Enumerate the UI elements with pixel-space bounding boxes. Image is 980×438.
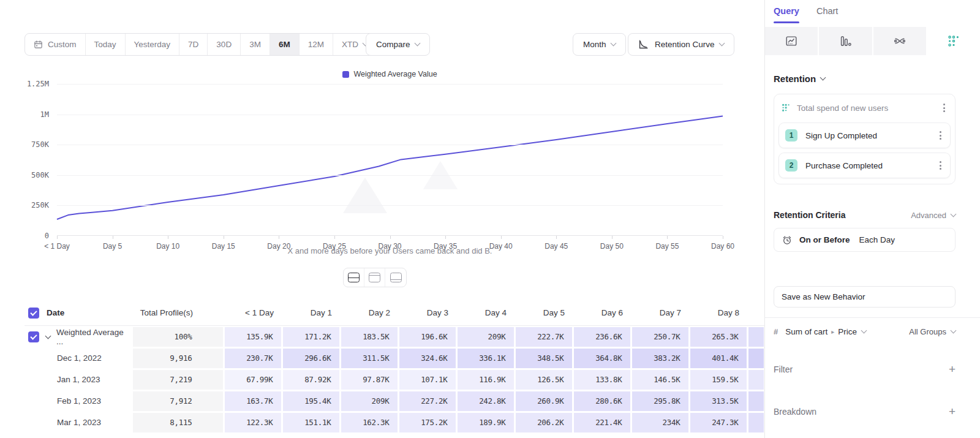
range-today[interactable]: Today	[86, 34, 126, 55]
row-date[interactable]: Weighted Average ...	[44, 326, 132, 347]
x-axis-tick	[57, 236, 58, 239]
granularity-button[interactable]: Month	[573, 33, 626, 56]
retention-value-cell[interactable]: 383.2K	[632, 349, 688, 368]
retention-value-cell[interactable]: 313.5K	[690, 391, 747, 411]
weighted-average-line[interactable]	[57, 116, 723, 219]
range-12m[interactable]: 12M	[300, 34, 333, 55]
retention-value-cell[interactable]: 196.6K	[399, 327, 456, 347]
retention-value-cell[interactable]: 97.87K	[341, 370, 398, 390]
measurement-label: Sum of cart	[785, 327, 827, 336]
retention-value-cell[interactable]: 242.8K	[458, 391, 514, 411]
retention-value-cell[interactable]: 122.3K	[225, 413, 281, 432]
select-all-checkbox[interactable]	[28, 308, 39, 319]
retention-value-cell[interactable]: 209K	[458, 327, 514, 347]
behavior-step[interactable]: 2Purchase Completed	[779, 153, 950, 178]
measurement-row[interactable]: # Sum of cart ▸ Price All Groups	[774, 318, 956, 345]
date-label: Weighted Average ...	[56, 328, 132, 346]
range-yesterday[interactable]: Yesterday	[126, 34, 180, 55]
column-header: Day 2	[340, 308, 398, 317]
chart-type-funnels[interactable]	[819, 27, 872, 55]
retention-value-cell[interactable]: 260.9K	[516, 391, 572, 411]
tab-query[interactable]: Query	[774, 6, 799, 23]
tab-chart[interactable]: Chart	[816, 6, 838, 23]
retention-section-header[interactable]: Retention	[774, 74, 956, 84]
kebab-menu-icon[interactable]	[937, 159, 944, 172]
retention-value-cell[interactable]: 171.2K	[283, 327, 339, 347]
layout-toggle-top-view[interactable]	[364, 268, 385, 287]
advanced-dropdown[interactable]: Advanced	[911, 211, 956, 220]
row-date[interactable]: Mar 1, 2023	[44, 412, 132, 433]
retention-chart: Weighted Average Value 1.25M1M750K500K25…	[0, 65, 764, 267]
behavior-header[interactable]: Total spend of new users	[779, 98, 950, 118]
chart-type-insights[interactable]	[765, 27, 818, 55]
chart-type-retention[interactable]	[927, 27, 980, 55]
retention-value-cell[interactable]: 247.3K	[690, 413, 747, 432]
retention-value-cell[interactable]: 295.8K	[632, 391, 688, 411]
row-checkbox[interactable]	[28, 331, 39, 342]
row-date[interactable]: Dec 1, 2022	[44, 347, 132, 369]
chart-type-button[interactable]: Retention Curve	[628, 33, 734, 56]
save-as-new-behavior-button[interactable]: Save as New Behavior	[774, 286, 956, 308]
retention-value-cell[interactable]: 221.4K	[574, 413, 630, 432]
chart-type-flows[interactable]	[873, 27, 926, 55]
retention-value-cell[interactable]: 87.92K	[283, 370, 339, 390]
plus-icon[interactable]: +	[949, 406, 956, 417]
retention-value-cell[interactable]: 107.1K	[399, 370, 456, 390]
kebab-menu-icon[interactable]	[941, 101, 948, 115]
plus-icon[interactable]: +	[949, 363, 956, 375]
retention-value-cell[interactable]: 175.2K	[399, 413, 456, 432]
range-7d[interactable]: 7D	[179, 34, 208, 55]
retention-line-chart	[57, 84, 723, 236]
retention-value-cell[interactable]: 265.3K	[690, 327, 747, 347]
gridline	[57, 205, 723, 206]
row-date[interactable]: Feb 1, 2023	[44, 390, 132, 412]
retention-value-cell[interactable]: 151.1K	[283, 413, 339, 432]
retention-value-cell[interactable]: 162.3K	[341, 413, 398, 432]
retention-value-cell[interactable]: 296.6K	[283, 349, 339, 368]
retention-value-cell[interactable]: 222.7K	[516, 327, 572, 347]
retention-value-cell[interactable]: 236.6K	[574, 327, 630, 347]
retention-value-cell[interactable]: 195.4K	[283, 391, 339, 411]
retention-value-cell[interactable]: 116.9K	[458, 370, 514, 390]
retention-value-cell[interactable]: 280.6K	[574, 391, 630, 411]
retention-value-cell[interactable]: 401.4K	[690, 349, 747, 368]
kebab-menu-icon[interactable]	[937, 129, 944, 142]
retention-value-cell[interactable]: 159.5K	[690, 370, 747, 390]
retention-value-cell[interactable]: 135.9K	[225, 327, 281, 347]
retention-value-cell[interactable]: 133.8K	[574, 370, 630, 390]
retention-value-cell[interactable]: 311.5K	[341, 349, 398, 368]
retention-value-cell[interactable]: 364.8K	[574, 349, 630, 368]
retention-value-cell[interactable]: 183.5K	[341, 327, 398, 347]
range-6m[interactable]: 6M	[270, 34, 300, 55]
retention-value-cell[interactable]: 348.5K	[516, 349, 572, 368]
retention-value-cell[interactable]: 67.99K	[225, 370, 281, 390]
column-header: Day 7	[631, 308, 689, 317]
group-selector[interactable]: All Groups	[909, 327, 946, 336]
chevron-down-icon	[414, 40, 420, 47]
retention-value-cell[interactable]: 126.5K	[516, 370, 572, 390]
date-label: Jan 1, 2023	[57, 375, 100, 384]
retention-value-cell[interactable]: 250.7K	[632, 327, 688, 347]
retention-value-cell[interactable]: 163.7K	[225, 391, 281, 411]
breakdown-row[interactable]: Breakdown +	[774, 406, 956, 417]
retention-value-cell[interactable]: 234K	[632, 413, 688, 432]
criteria-card[interactable]: On or Before Each Day	[774, 228, 956, 252]
retention-value-cell[interactable]: 227.2K	[399, 391, 456, 411]
range-3m[interactable]: 3M	[241, 34, 270, 55]
retention-value-cell[interactable]: 336.1K	[458, 349, 514, 368]
range-custom[interactable]: Custom	[25, 34, 86, 55]
row-date[interactable]: Jan 1, 2023	[44, 369, 132, 390]
behavior-step[interactable]: 1Sign Up Completed	[779, 123, 950, 148]
retention-value-cell[interactable]: 209K	[341, 391, 398, 411]
filter-row[interactable]: Filter +	[774, 363, 956, 375]
compare-button[interactable]: Compare	[366, 33, 430, 56]
retention-value-cell[interactable]: 146.5K	[632, 370, 688, 390]
retention-value-cell[interactable]: 230.7K	[225, 349, 281, 368]
retention-value-cell[interactable]: 324.6K	[399, 349, 456, 368]
layout-toggle-bottom-view[interactable]	[385, 268, 406, 287]
expand-chevron-icon[interactable]	[45, 333, 51, 339]
layout-toggle-split-view[interactable]	[344, 268, 364, 287]
retention-value-cell[interactable]: 206.2K	[516, 413, 572, 432]
retention-value-cell[interactable]: 189.9K	[458, 413, 514, 432]
range-30d[interactable]: 30D	[208, 34, 241, 55]
